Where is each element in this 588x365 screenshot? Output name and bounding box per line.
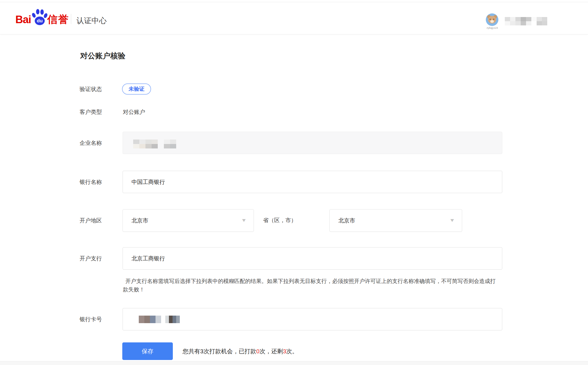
card-number-label: 银行卡号 xyxy=(80,315,102,323)
province-select-value: 北京市 xyxy=(132,217,148,224)
customer-type-label: 客户类型 xyxy=(80,108,102,116)
user-avatar[interactable] xyxy=(486,13,498,26)
attempts-message: 您共有3次打款机会，已打款0次，还剩3次。 xyxy=(183,347,298,355)
redacted-card-number-1 xyxy=(139,316,161,323)
status-badge: 未验证 xyxy=(122,83,151,95)
site-title: 认证中心 xyxy=(77,16,107,26)
bear-eye-right xyxy=(493,19,494,20)
redacted-username[interactable] xyxy=(505,17,547,25)
save-button[interactable]: 保存 xyxy=(122,342,173,360)
bear-muzzle xyxy=(490,20,494,23)
bank-name-input[interactable]: 中国工商银行 xyxy=(123,171,502,193)
city-select-value: 北京市 xyxy=(338,217,355,224)
branch-hint: 开户支行名称需填写后选择下拉列表中的模糊匹配的结果。如果下拉列表无目标支行，必须… xyxy=(123,277,500,294)
region-label: 开户地区 xyxy=(80,217,102,224)
logo-text-xinyu: 信誉 xyxy=(47,13,69,27)
redacted-card-number-2 xyxy=(165,316,180,323)
paw-icon: du xyxy=(30,9,48,27)
logo-text-du: du xyxy=(37,18,43,23)
redacted-company-name-1 xyxy=(133,140,158,148)
page: Bai du 信誉 认证中心 zybqjy123 xyxy=(0,0,588,365)
branch-input[interactable]: 北京工商银行 xyxy=(123,247,502,270)
region-middle-label: 省（区，市） xyxy=(263,217,297,224)
bear-eye-left xyxy=(490,19,491,20)
avatar-username: zybqjy123 xyxy=(483,27,501,29)
redacted-company-name-2 xyxy=(164,140,176,148)
city-select[interactable]: 北京市 ▼ xyxy=(329,209,462,232)
footer-strip xyxy=(0,361,588,365)
branch-value: 北京工商银行 xyxy=(132,255,165,262)
company-name-input xyxy=(123,132,502,154)
status-label: 验证状态 xyxy=(80,85,102,93)
bank-name-value: 中国工商银行 xyxy=(132,178,165,186)
page-title: 对公账户核验 xyxy=(80,51,125,61)
header-divider xyxy=(71,14,71,24)
branch-label: 开户支行 xyxy=(80,254,102,262)
header-bar: Bai du 信誉 认证中心 zybqjy123 xyxy=(0,2,588,34)
chevron-down-icon: ▼ xyxy=(449,218,455,223)
company-name-label: 企业名称 xyxy=(80,139,102,147)
logo-text-bai: Bai xyxy=(15,14,31,26)
bank-name-label: 银行名称 xyxy=(80,178,102,186)
customer-type-value: 对公账户 xyxy=(123,108,145,116)
province-select[interactable]: 北京市 ▼ xyxy=(123,209,254,232)
baidu-logo[interactable]: Bai du 信誉 xyxy=(15,9,69,30)
chevron-down-icon: ▼ xyxy=(241,218,247,223)
